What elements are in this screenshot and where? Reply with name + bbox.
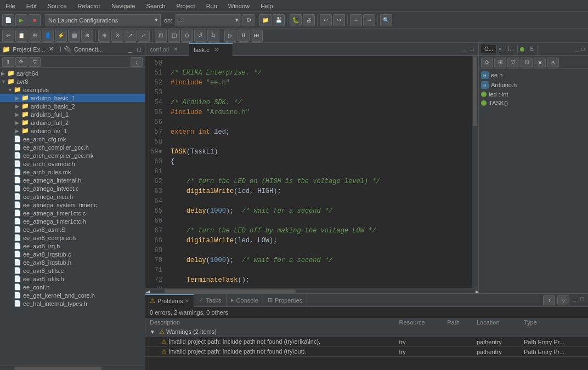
tab-close-icon[interactable]: ✕ — [498, 47, 502, 52]
tree-item-file-2[interactable]: ▶ 📄 ee_arch_compiler_gcc.mk — [0, 151, 145, 160]
tree-item-file-18[interactable]: ▶ 📄 ee_conf.h — [0, 283, 145, 291]
menu-refactor[interactable]: Refactor — [75, 2, 104, 10]
menu-help[interactable]: Help — [257, 2, 276, 10]
zoom-out-button[interactable]: 🔍 — [380, 14, 392, 26]
debug-target-dropdown[interactable]: --- ▾ — [176, 14, 241, 26]
tb2-btn14[interactable]: ⟨⟩ — [181, 30, 193, 42]
breakpoints-tab[interactable]: B — [527, 45, 538, 53]
code-text[interactable]: /* ERIKA Enterprise. */ #include "ee.h" … — [166, 56, 472, 288]
tree-scroll-btn[interactable]: ↕ — [131, 57, 143, 67]
outline-led-var[interactable]: led : int — [481, 90, 586, 99]
tree-item-file-3[interactable]: ▶ 📄 ee_arch_override.h — [0, 160, 145, 168]
new-button[interactable]: 📄 — [2, 14, 14, 26]
undo-button[interactable]: ↩ — [320, 14, 332, 26]
tree-item-file-13[interactable]: ▶ 📄 ee_avr8_irq.h — [0, 242, 145, 250]
tree-item-aarch64[interactable]: ▶ 📁 aarch64 — [0, 69, 145, 77]
redo-button[interactable]: ↪ — [333, 14, 345, 26]
menu-search[interactable]: Search — [143, 2, 169, 10]
tb2-btn3[interactable]: ⊞ — [29, 30, 41, 42]
menu-file[interactable]: File — [2, 2, 19, 10]
tb2-btn17[interactable]: ▷ — [224, 30, 236, 42]
tab-close-icon[interactable]: ✕ — [185, 298, 189, 304]
tab-close-icon[interactable]: ✕ — [173, 46, 178, 52]
save-button[interactable]: 💾 — [273, 14, 285, 26]
outline-expand-btn[interactable]: ⊞ — [494, 58, 506, 67]
tb2-btn9[interactable]: ⊘ — [111, 30, 123, 42]
tree-item-file-8[interactable]: ▶ 📄 ee_atmega_system_timer.c — [0, 201, 145, 209]
menu-window[interactable]: Window — [225, 2, 253, 10]
tab-properties[interactable]: ⊞ Properties — [263, 294, 307, 307]
tree-item-arduino-basic-2[interactable]: ▶ 📁 arduino_basic_2 — [0, 102, 145, 110]
settings-button[interactable]: ⚙ — [242, 14, 255, 26]
bottom-maximize-icon[interactable]: □ — [579, 295, 585, 305]
tasks-tab[interactable]: T... — [504, 45, 518, 53]
tb2-btn12[interactable]: ⊡ — [155, 30, 167, 42]
menu-run[interactable]: Run — [203, 2, 220, 10]
print-button[interactable]: 🖨 — [303, 14, 315, 26]
tb2-btn5[interactable]: ⚡ — [55, 30, 67, 42]
outline-sync-btn[interactable]: ⟳ — [481, 58, 493, 67]
tree-item-file-1[interactable]: ▶ 📄 ee_arch_compiler_gcc.h — [0, 143, 145, 151]
outline-filter1-btn[interactable]: ▽ — [507, 58, 519, 67]
run-button[interactable]: ▶ — [15, 14, 27, 26]
tab-problems[interactable]: ⚠ Problems ✕ — [145, 294, 194, 307]
tree-item-file-4[interactable]: ▶ 📄 ee_arch_rules.mk — [0, 168, 145, 176]
outline-task-func[interactable]: TASK() — [481, 99, 586, 107]
outline-arduino-h[interactable]: H Arduino.h — [481, 80, 586, 90]
tab-conf-oil[interactable]: conf.oil ✕ — [145, 43, 189, 56]
minimize-left-panel[interactable]: _ — [127, 45, 133, 53]
tab-task-c[interactable]: task.c ✕ — [189, 43, 233, 56]
debug-button[interactable]: 🐛 — [290, 14, 302, 26]
tree-item-file-5[interactable]: ▶ 📄 ee_atmega_internal.h — [0, 176, 145, 184]
warning-group-row[interactable]: ▼ ⚠ Warnings (2 items) — [145, 327, 588, 337]
tree-item-file-15[interactable]: ▶ 📄 ee_avr8_irqstub.h — [0, 258, 145, 266]
warning-row-2[interactable]: ⚠ Invalid project path: Include path not… — [145, 347, 588, 357]
stop-button[interactable]: ■ — [29, 14, 41, 26]
right-panel-maximize[interactable]: □ — [580, 46, 586, 52]
tb2-btn6[interactable]: ▦ — [68, 30, 80, 42]
right-panel-minimize[interactable]: _ — [574, 46, 579, 52]
tb2-btn13[interactable]: ◫ — [168, 30, 180, 42]
warning-row-1[interactable]: ⚠ Invalid project path: Include path not… — [145, 337, 588, 347]
tree-item-file-0[interactable]: ▶ 📄 ee_arch_cfg.mk — [0, 135, 145, 143]
tree-item-file-7[interactable]: ▶ 📄 ee_atmega_mcu.h — [0, 192, 145, 201]
tree-sync-btn[interactable]: ⟳ — [15, 57, 27, 67]
tree-item-file-17[interactable]: ▶ 📄 ee_avr8_utils.h — [0, 275, 145, 283]
menu-source[interactable]: Source — [44, 2, 70, 10]
tb2-btn18[interactable]: ⏸ — [238, 30, 250, 42]
tab-console[interactable]: ▸ Console — [227, 294, 263, 307]
tree-item-file-16[interactable]: ▶ 📄 ee_avr8_utils.c — [0, 266, 145, 275]
outline-filter2-btn[interactable]: ⊡ — [521, 58, 533, 67]
tree-item-file-14[interactable]: ▶ 📄 ee_avr8_irqstub.c — [0, 250, 145, 258]
tree-item-avr8[interactable]: ▼ 📁 avr8 — [0, 77, 145, 86]
tree-filter-btn[interactable]: ▽ — [29, 57, 41, 67]
back-button[interactable]: ← — [350, 14, 362, 26]
editor-hscrollbar[interactable]: ◀ ▶ — [145, 288, 478, 293]
tree-item-file-10[interactable]: ▶ 📄 ee_atmega_timer1ctc.h — [0, 217, 145, 225]
bottom-minimize-icon[interactable]: _ — [572, 295, 577, 305]
menu-navigate[interactable]: Navigate — [108, 2, 138, 10]
bottom-filter-btn[interactable]: ▽ — [557, 295, 569, 305]
tree-item-arduino-full-2[interactable]: ▶ 📁 arduino_full_2 — [0, 118, 145, 127]
tab-close-icon[interactable]: ✕ — [214, 47, 218, 53]
tb2-btn8[interactable]: ⊕ — [98, 30, 110, 42]
outline-star-btn[interactable]: ★ — [534, 58, 546, 67]
tree-item-file-12[interactable]: ▶ 📄 ee_avr8_compiler.h — [0, 234, 145, 242]
tree-item-file-9[interactable]: ▶ 📄 ee_atmega_timer1ctc.c — [0, 209, 145, 217]
tb2-btn2[interactable]: 📋 — [15, 30, 27, 42]
tab-tasks[interactable]: ✓ Tasks — [194, 294, 226, 307]
project-explorer-close[interactable]: ✕ — [47, 45, 55, 53]
tb2-btn7[interactable]: ⊕ — [81, 30, 93, 42]
tb2-btn19[interactable]: ⏭ — [251, 30, 263, 42]
tb2-btn4[interactable]: 👤 — [42, 30, 54, 42]
outline-tab[interactable]: O... — [481, 45, 497, 53]
tb2-btn1[interactable]: ↩ — [2, 30, 14, 42]
tb2-btn10[interactable]: ↗ — [125, 30, 137, 42]
outline-ee-h[interactable]: H ee.h — [481, 70, 586, 80]
tree-item-file-6[interactable]: ▶ 📄 ee_atmega_intvect.c — [0, 184, 145, 192]
forward-button[interactable]: → — [363, 14, 375, 26]
code-editor[interactable]: 50 51 52 53 54 55 56 57 58 59⊕ 60 61 62 … — [145, 56, 478, 288]
tree-item-arduino-basic-1[interactable]: ▶ 📁 arduino_basic_1 — [0, 94, 145, 102]
tree-item-file-19[interactable]: ▶ 📄 ee_get_kernel_and_core.h — [0, 291, 145, 299]
tree-item-file-20[interactable]: ▶ 📄 ee_hal_internal_types.h — [0, 299, 145, 308]
